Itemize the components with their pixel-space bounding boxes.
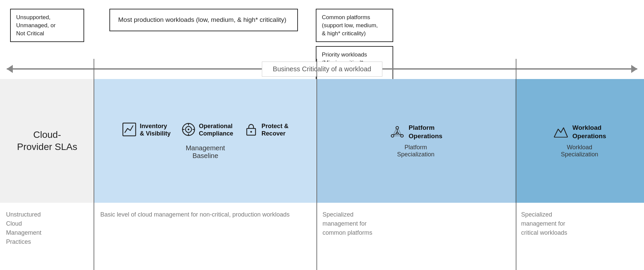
operational-label: Operational Compliance (199, 122, 233, 138)
platform-ops-label: Platform Operations (409, 124, 442, 140)
arrow-label-text: Business Criticality of a workload (273, 65, 371, 73)
bottom-row: Unstructured Cloud Management Practices … (0, 203, 644, 270)
svg-line-15 (394, 134, 396, 135)
baseline-title: Management Baseline (186, 144, 225, 160)
top-cell-3: Common platforms (support low, medium, &… (313, 6, 478, 59)
sla-title: Cloud- Provider SLAs (17, 129, 77, 153)
bottom-text-1: Unstructured Cloud Management Practices (6, 210, 41, 246)
workload-ops-icon (553, 124, 569, 140)
top-box-3a-text: Common platforms (support low, medium, &… (322, 14, 378, 37)
bottom-cell-2: Basic level of cloud management for non-… (94, 206, 316, 270)
vdivider-3 (516, 59, 516, 270)
main-cell-platform: Platform Operations Platform Specializat… (316, 79, 515, 203)
vdivider-1 (94, 59, 94, 270)
svg-point-3 (188, 128, 189, 130)
arrow-label-box: Business Criticality of a workload (262, 62, 382, 77)
protect-label: Protect & Recover (262, 122, 289, 138)
diagram: Unsupported, Unmanaged, or Not Critical … (0, 0, 644, 270)
svg-point-13 (396, 132, 398, 134)
inventory-icon (122, 122, 136, 137)
platform-ops-icon (389, 124, 405, 140)
svg-point-9 (250, 131, 252, 132)
arrow-line: Business Criticality of a workload (7, 68, 637, 70)
rows-below-top: Business Criticality of a workload Cloud… (0, 59, 644, 270)
svg-point-12 (401, 134, 403, 137)
workload-icon-row: Workload Operations (553, 124, 606, 140)
main-cell-sla: Cloud- Provider SLAs (0, 79, 94, 203)
top-box-3a: Common platforms (support low, medium, &… (316, 9, 393, 42)
baseline-item-protect: Protect & Recover (244, 122, 289, 138)
arrow-right (631, 65, 637, 73)
workload-ops-label: Workload Operations (572, 124, 606, 140)
arrow-row: Business Criticality of a workload (0, 59, 644, 79)
protect-icon (244, 122, 258, 137)
svg-point-11 (391, 134, 394, 137)
baseline-item-inventory: Inventory & Visibility (122, 122, 171, 138)
top-box-2-text: Most production workloads (low, medium, … (118, 16, 286, 23)
baseline-icons-row: Inventory & Visibility (100, 122, 311, 138)
bottom-cell-3: Specialized management for common platfo… (316, 206, 515, 270)
platform-spec-section: Platform Operations Platform Specializat… (322, 124, 510, 158)
operational-icon (181, 122, 196, 137)
bottom-text-4: Specialized management for critical work… (521, 210, 567, 237)
svg-point-10 (396, 126, 399, 129)
sla-title-text: Cloud- Provider SLAs (17, 129, 77, 152)
top-cell-1: Unsupported, Unmanaged, or Not Critical (0, 6, 94, 59)
inventory-label: Inventory & Visibility (140, 122, 171, 138)
workload-spec-section: Workload Operations Workload Specializat… (520, 124, 639, 158)
vdivider-2 (316, 59, 317, 270)
platform-spec-subtitle: Platform Specialization (397, 144, 434, 158)
top-row: Unsupported, Unmanaged, or Not Critical … (0, 0, 644, 59)
top-box-2: Most production workloads (low, medium, … (109, 9, 298, 31)
baseline-item-operational: Operational Compliance (181, 122, 233, 138)
baseline-section: Inventory & Visibility (100, 122, 311, 160)
arrow-left (7, 65, 13, 73)
main-cell-workload: Workload Operations Workload Specializat… (515, 79, 644, 203)
top-box-1-text: Unsupported, Unmanaged, or Not Critical (16, 14, 56, 37)
bottom-cell-1: Unstructured Cloud Management Practices (0, 206, 94, 270)
main-cell-baseline: Inventory & Visibility (94, 79, 316, 203)
bottom-text-3: Specialized management for common platfo… (323, 210, 372, 237)
svg-line-16 (398, 134, 401, 135)
bottom-text-2: Basic level of cloud management for non-… (100, 210, 290, 219)
main-row: Cloud- Provider SLAs (0, 79, 644, 203)
bottom-cell-4: Specialized management for critical work… (515, 206, 644, 270)
top-box-1: Unsupported, Unmanaged, or Not Critical (10, 9, 84, 42)
platform-icon-row: Platform Operations (389, 124, 442, 140)
workload-spec-subtitle: Workload Specialization (561, 144, 598, 158)
top-cell-2: Most production workloads (low, medium, … (94, 6, 313, 59)
